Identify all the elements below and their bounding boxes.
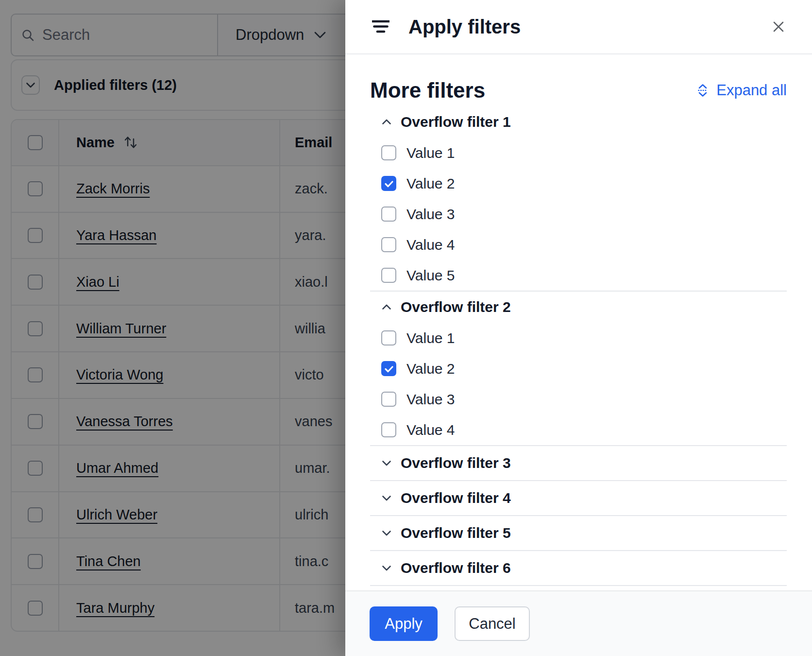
- chevron-up-icon: [382, 304, 391, 310]
- more-filters-row: More filters Expand all: [370, 79, 787, 102]
- panel-header: Apply filters: [345, 0, 812, 54]
- filter-checkbox[interactable]: [381, 268, 396, 283]
- filter-option: Value 2: [370, 168, 787, 199]
- filter-checkbox[interactable]: [381, 176, 396, 191]
- filter-section: Overflow filter 4: [370, 481, 787, 516]
- filter-checkbox[interactable]: [381, 361, 396, 376]
- check-icon: [384, 180, 394, 188]
- filter-checkbox[interactable]: [381, 237, 396, 252]
- more-filters-heading: More filters: [370, 78, 485, 103]
- filter-section-header[interactable]: Overflow filter 5: [370, 516, 787, 550]
- filter-section: Overflow filter 3: [370, 446, 787, 481]
- apply-button[interactable]: Apply: [370, 606, 438, 641]
- filter-option: Value 1: [370, 138, 787, 168]
- panel-body: More filters Expand all Overflow fi: [345, 54, 812, 590]
- section-divider: [370, 585, 787, 586]
- chevron-down-icon: [382, 495, 391, 501]
- close-icon: [773, 21, 784, 33]
- chevron-up-icon: [382, 119, 391, 125]
- filter-option: Value 4: [370, 229, 787, 260]
- filter-option: Value 4: [370, 414, 787, 445]
- filter-section: Overflow filter 6: [370, 551, 787, 586]
- filter-checkbox[interactable]: [381, 145, 396, 160]
- chevron-down-icon: [382, 460, 391, 466]
- filter-section-header[interactable]: Overflow filter 6: [370, 551, 787, 585]
- filter-section-header[interactable]: Overflow filter 2: [370, 292, 787, 323]
- filter-section-header[interactable]: Overflow filter 4: [370, 481, 787, 515]
- filter-section: Overflow filter 2 Value 1 Value 2 Value …: [370, 292, 787, 446]
- expand-vertical-icon: [697, 83, 709, 98]
- filter-section-header[interactable]: Overflow filter 3: [370, 446, 787, 480]
- filter-bars-icon: [372, 20, 389, 34]
- panel-footer: Apply Cancel: [345, 590, 812, 656]
- expand-all-button[interactable]: Expand all: [697, 82, 787, 99]
- apply-filters-panel: Apply filters More filters Expand all: [345, 0, 812, 656]
- filter-option: Value 3: [370, 384, 787, 414]
- filter-option: Value 3: [370, 199, 787, 229]
- filter-section: Overflow filter 5: [370, 516, 787, 551]
- check-icon: [384, 365, 394, 373]
- filter-checkbox[interactable]: [381, 422, 396, 437]
- cancel-button[interactable]: Cancel: [455, 606, 530, 641]
- filter-section: Overflow filter 1 Value 1 Value 2 Value …: [370, 106, 787, 292]
- filter-option: Value 5: [370, 260, 787, 291]
- filter-section-header[interactable]: Overflow filter 1: [370, 106, 787, 138]
- panel-title: Apply filters: [408, 16, 521, 38]
- app-root: Search Dropdown Applied filters (12): [0, 0, 812, 656]
- filter-option: Value 1: [370, 323, 787, 353]
- chevron-down-icon: [382, 565, 391, 571]
- filter-checkbox[interactable]: [381, 392, 396, 407]
- filter-checkbox[interactable]: [381, 207, 396, 222]
- chevron-down-icon: [382, 530, 391, 536]
- filter-option: Value 2: [370, 353, 787, 384]
- filter-checkbox[interactable]: [381, 330, 396, 345]
- close-button[interactable]: [773, 21, 784, 33]
